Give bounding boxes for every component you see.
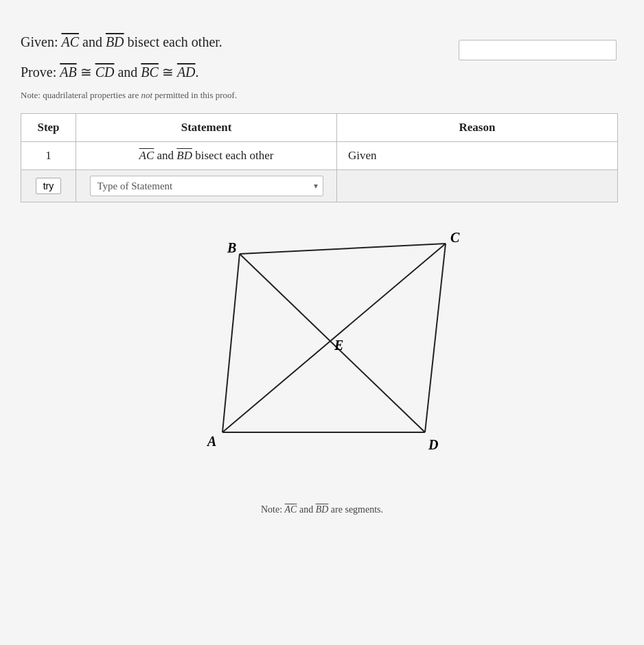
try-button[interactable]: try (36, 178, 62, 194)
type-statement-cell: Type of Statement ▾ (76, 170, 337, 202)
step-1: 1 (21, 142, 76, 170)
top-right-input[interactable] (459, 40, 617, 60)
input-row: try Type of Statement ▾ (21, 170, 618, 202)
note-ac: AC (285, 504, 297, 515)
prove-line: Prove: AB ≅ CD and BC ≅ AD. (21, 64, 623, 80)
prove-ad: AD (177, 64, 196, 80)
svg-line-5 (240, 254, 425, 432)
svg-line-0 (222, 254, 240, 432)
note-bd: BD (316, 504, 329, 515)
prove-cd: CD (95, 64, 115, 80)
reason-1: Given (337, 142, 618, 170)
step-header: Step (21, 114, 76, 142)
label-a: A (206, 434, 216, 449)
type-of-statement-wrapper: Type of Statement ▾ (90, 176, 323, 196)
svg-line-2 (425, 244, 446, 432)
proof-table: Step Statement Reason 1 AC and BD bisect… (21, 113, 618, 202)
try-cell: try (21, 170, 76, 202)
given-bd: BD (106, 34, 124, 49)
label-c: C (450, 230, 460, 245)
reason-empty-cell (337, 170, 618, 202)
reason-header: Reason (337, 114, 618, 142)
type-of-statement-select[interactable]: Type of Statement (90, 176, 323, 196)
statement-header: Statement (76, 114, 337, 142)
given-ac: AC (61, 34, 79, 49)
diagram-container: B C A D E (21, 223, 623, 484)
geometry-diagram: B C A D E (157, 223, 487, 484)
note-bottom: Note: AC and BD are segments. (21, 504, 623, 515)
prove-bc: BC (141, 64, 159, 80)
label-d: D (428, 437, 438, 452)
statement-1: AC and BD bisect each other (76, 142, 337, 170)
svg-line-1 (240, 244, 446, 254)
label-b: B (227, 240, 236, 255)
quadrilateral-note: Note: quadrilateral properties are not p… (21, 90, 623, 101)
label-e: E (334, 338, 343, 353)
table-row: 1 AC and BD bisect each other Given (21, 142, 618, 170)
given-prefix: Given: (21, 34, 61, 49)
prove-ab: AB (60, 64, 76, 80)
prove-prefix: Prove: (21, 64, 60, 80)
